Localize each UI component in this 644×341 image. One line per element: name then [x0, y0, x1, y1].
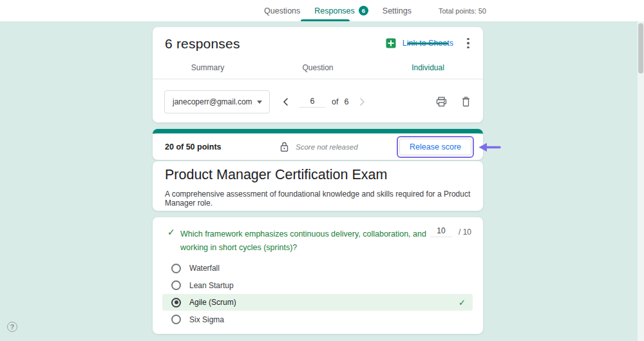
- pager-total-label: 6: [344, 97, 348, 106]
- respondent-navigation-row: janecoperr@gmail.com of 6: [153, 80, 483, 122]
- answer-options: Waterfall Lean Startup Agile (Scrum) ✓ S…: [162, 260, 473, 328]
- score-banner-card: 20 of 50 points Score not released Relea…: [153, 129, 483, 160]
- response-pager: of 6: [279, 90, 369, 113]
- form-title-card: Product Manager Certification Exam A com…: [153, 161, 483, 211]
- total-points-label: Total points: 50: [439, 0, 486, 21]
- pager-of-label: of: [332, 97, 338, 106]
- score-points-label: 20 of 50 points: [165, 142, 222, 151]
- tab-individual[interactable]: Individual: [373, 62, 483, 79]
- print-icon[interactable]: [434, 95, 448, 109]
- tab-summary-label: Summary: [191, 63, 224, 72]
- option-six-sigma[interactable]: Six Sigma: [162, 311, 473, 328]
- response-number-input[interactable]: [299, 97, 325, 108]
- form-title: Product Manager Certification Exam: [165, 167, 387, 183]
- option-label: Six Sigma: [189, 315, 224, 324]
- radio-icon: [171, 280, 181, 290]
- top-navigation: Questions Responses 6 Settings Total poi…: [0, 0, 644, 21]
- option-label: Agile (Scrum): [189, 298, 236, 307]
- release-score-highlight-ring: Release score: [397, 136, 474, 158]
- trash-icon[interactable]: [459, 95, 473, 109]
- arrow-left-icon: [478, 142, 501, 152]
- tab-responses[interactable]: Responses 6: [314, 6, 368, 15]
- option-lean-startup[interactable]: Lean Startup: [162, 277, 473, 294]
- tab-questions[interactable]: Questions: [264, 6, 300, 15]
- responses-count-title: 6 responses: [165, 36, 240, 52]
- tab-question-label: Question: [302, 63, 333, 72]
- google-forms-responses-page: Questions Responses 6 Settings Total poi…: [0, 0, 644, 341]
- active-tab-underline: [301, 19, 350, 21]
- chevron-down-icon: [257, 101, 262, 104]
- scrollbar-thumb[interactable]: [638, 23, 643, 73]
- question-card: ✓ Which framework emphasizes continuous …: [153, 217, 483, 334]
- more-options-icon[interactable]: [462, 36, 474, 50]
- form-description: A comprehensive assessment of foundation…: [165, 190, 483, 208]
- option-agile-scrum[interactable]: Agile (Scrum) ✓: [162, 294, 473, 311]
- respondent-email-select[interactable]: janecoperr@gmail.com: [164, 90, 270, 113]
- radio-icon: [171, 315, 181, 324]
- question-text: Which framework emphasizes continuous de…: [180, 228, 443, 255]
- radio-icon: [171, 264, 181, 273]
- responses-count-badge: 6: [359, 6, 368, 15]
- lock-icon: [280, 142, 289, 152]
- individual-tab-underline: [407, 43, 449, 44]
- release-score-button[interactable]: Release score: [399, 139, 471, 155]
- option-waterfall[interactable]: Waterfall: [162, 260, 473, 277]
- tab-question[interactable]: Question: [263, 62, 373, 79]
- tab-settings-label: Settings: [383, 6, 412, 15]
- question-score-input[interactable]: [430, 226, 452, 237]
- help-icon[interactable]: ?: [7, 322, 17, 332]
- tab-settings[interactable]: Settings: [383, 6, 412, 15]
- responses-card: 6 responses Link to Sheets Summary Quest…: [153, 27, 483, 122]
- responses-view-tabs: Summary Question Individual: [153, 62, 483, 79]
- tab-summary[interactable]: Summary: [153, 62, 263, 79]
- question-score-max: / 10: [459, 228, 471, 237]
- option-label: Lean Startup: [189, 281, 234, 290]
- check-icon: ✓: [167, 227, 175, 237]
- form-section-tabs: Questions Responses 6 Settings: [264, 0, 412, 21]
- sheets-icon: [386, 38, 396, 48]
- tab-responses-label: Responses: [314, 6, 355, 15]
- tab-individual-label: Individual: [412, 63, 444, 72]
- next-response-button[interactable]: [356, 95, 369, 108]
- score-status-label: Score not released: [296, 143, 358, 151]
- radio-selected-icon: [171, 298, 181, 307]
- correct-check-icon: ✓: [459, 298, 466, 307]
- tab-questions-label: Questions: [264, 6, 300, 15]
- option-label: Waterfall: [189, 264, 220, 273]
- respondent-email-value: janecoperr@gmail.com: [165, 97, 257, 106]
- previous-response-button[interactable]: [279, 95, 292, 108]
